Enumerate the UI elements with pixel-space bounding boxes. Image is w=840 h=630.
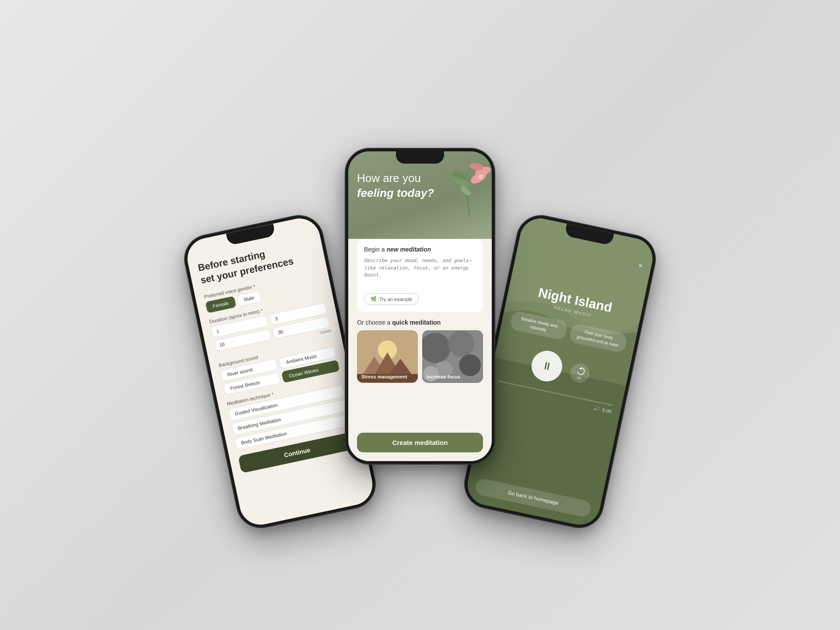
header-line2: feeling today?	[357, 186, 434, 200]
skip-15-icon	[575, 366, 586, 376]
focus-card-label: Increase focus	[427, 374, 460, 379]
player-content: Night Island RELAX MUSIC Breathe slowly …	[474, 238, 643, 518]
stress-card[interactable]: Stress management	[357, 330, 418, 383]
time-label: 5:00	[602, 407, 612, 414]
voice-female-btn[interactable]: Female	[205, 296, 236, 313]
meditation-input[interactable]	[364, 257, 476, 288]
phone-center: ≡ How are yo	[346, 149, 494, 464]
new-meditation-prefix: Begin a	[364, 246, 385, 253]
try-icon: 🌿	[371, 296, 377, 302]
main-screen: ≡ How are yo	[348, 151, 492, 461]
phones-container: Before starting set your preferences Pre…	[179, 74, 661, 556]
main-content: Begin a new meditation 🌿 Try an example …	[348, 230, 492, 461]
player-controls: ⏸ 15	[529, 348, 593, 390]
create-meditation-button[interactable]: Create meditation	[357, 433, 483, 452]
svg-point-14	[448, 330, 475, 357]
affirmation-2: Feel your body grounded and at ease	[569, 323, 628, 354]
progress-section: 🔊 5:00	[496, 380, 613, 414]
affirmation-1: Breathe slowly and naturally	[509, 310, 568, 341]
svg-point-15	[459, 354, 481, 376]
main-header: ≡ How are yo	[348, 151, 492, 239]
quick-cards: Stress management	[357, 330, 483, 383]
stress-card-label: Stress management	[361, 374, 407, 379]
skip-forward-button[interactable]: 15	[568, 362, 591, 385]
quick-prefix: Or choose a	[357, 319, 390, 326]
go-home-button[interactable]: Go back to homepage	[474, 477, 592, 518]
skip-15-label: 15	[574, 375, 583, 381]
header-line1: How are you	[357, 172, 421, 185]
try-example-label: Try an example	[379, 297, 412, 302]
new-meditation-section: Begin a new meditation 🌿 Try an example	[357, 239, 483, 312]
affirmations: Breathe slowly and naturally Feel your b…	[509, 310, 628, 354]
new-meditation-bold: new meditation	[386, 246, 431, 253]
new-meditation-title: Begin a new meditation	[364, 246, 476, 253]
pause-button[interactable]: ⏸	[529, 348, 565, 384]
progress-time: 🔊 5:00	[496, 384, 612, 414]
focus-card[interactable]: Increase focus	[422, 330, 483, 383]
quick-title: Or choose a quick meditation	[357, 319, 483, 326]
progress-bar-fill	[498, 380, 498, 382]
volume-icon[interactable]: 🔊	[593, 405, 601, 412]
quick-meditation-section: Or choose a quick meditation	[357, 319, 483, 426]
phone-center-inner: ≡ How are yo	[348, 151, 492, 461]
pause-icon: ⏸	[540, 359, 553, 373]
try-example-button[interactable]: 🌿 Try an example	[364, 293, 419, 305]
voice-male-btn[interactable]: Male	[236, 290, 262, 307]
notch-center	[396, 151, 444, 164]
header-title: How are you feeling today?	[357, 171, 483, 201]
quick-bold: quick meditation	[392, 319, 441, 326]
